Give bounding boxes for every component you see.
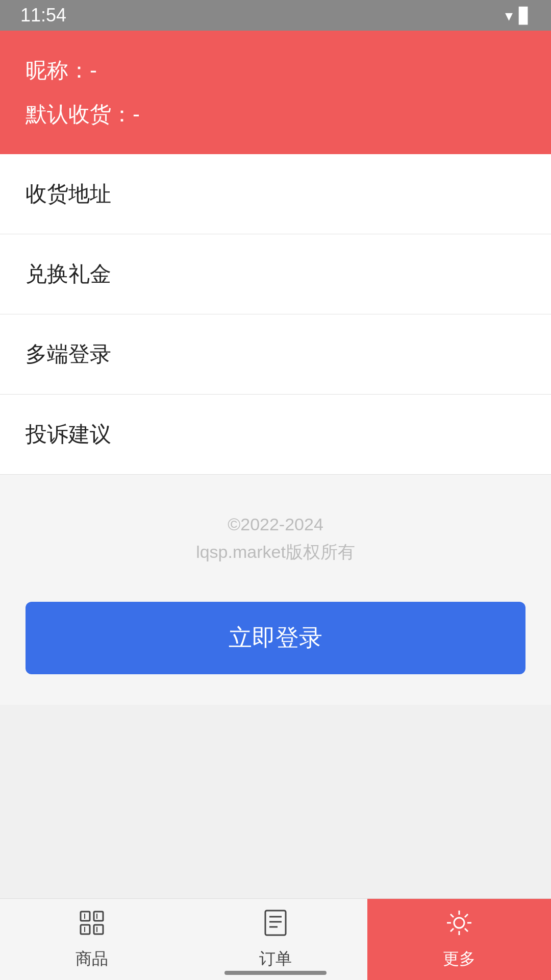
svg-rect-2 (94, 912, 103, 921)
status-icons: ▾ ▊ (505, 7, 531, 24)
nickname-value: - (90, 58, 97, 82)
svg-line-18 (465, 928, 468, 932)
menu-item-label-complaint: 投诉建议 (26, 420, 111, 449)
address-value: - (133, 102, 140, 126)
status-bar: 11:54 ▾ ▊ (0, 0, 551, 31)
home-indicator (224, 971, 327, 975)
menu-item-label-shipping-address: 收货地址 (26, 180, 111, 208)
menu-item-complaint[interactable]: 投诉建议 (0, 395, 551, 475)
menu-item-label-redeem-gift: 兑换礼金 (26, 260, 111, 288)
signal-icon: ▊ (519, 7, 531, 24)
menu-item-shipping-address[interactable]: 收货地址 (0, 154, 551, 234)
copyright-text: ©2022-2024 lqsp.market版权所有 (20, 510, 531, 566)
profile-address: 默认收货：- (26, 100, 525, 129)
login-btn-area: 立即登录 (0, 592, 551, 705)
nav-label-more: 更多 (443, 948, 475, 970)
nav-label-orders: 订单 (259, 948, 292, 970)
profile-header: 昵称：- 默认收货：- (0, 31, 551, 154)
menu-item-multi-login[interactable]: 多端登录 (0, 314, 551, 395)
svg-rect-3 (94, 925, 103, 934)
status-time: 11:54 (20, 5, 66, 26)
svg-line-19 (465, 914, 468, 917)
svg-line-17 (450, 914, 454, 917)
menu-item-label-multi-login: 多端登录 (26, 340, 111, 369)
profile-nickname: 昵称：- (26, 56, 525, 85)
menu-list: 收货地址 兑换礼金 多端登录 投诉建议 (0, 154, 551, 475)
nickname-label: 昵称： (26, 58, 90, 82)
nav-label-products: 商品 (76, 948, 108, 970)
copyright-line1: ©2022-2024 (20, 510, 531, 538)
more-icon (445, 909, 473, 944)
menu-item-redeem-gift[interactable]: 兑换礼金 (0, 234, 551, 314)
wifi-icon: ▾ (505, 7, 513, 24)
svg-point-12 (454, 918, 464, 928)
orders-icon (261, 909, 290, 944)
copyright-line2: lqsp.market版权所有 (20, 538, 531, 566)
svg-rect-8 (265, 911, 286, 935)
login-button[interactable]: 立即登录 (26, 602, 525, 674)
address-label: 默认收货： (26, 102, 133, 126)
products-icon (78, 909, 106, 944)
nav-item-products[interactable]: 商品 (0, 899, 184, 980)
bottom-nav: 商品 订单 更多 (0, 898, 551, 980)
copyright-area: ©2022-2024 lqsp.market版权所有 (0, 475, 551, 592)
nav-item-orders[interactable]: 订单 (184, 899, 367, 980)
svg-line-20 (450, 928, 454, 932)
nav-item-more[interactable]: 更多 (367, 899, 551, 980)
